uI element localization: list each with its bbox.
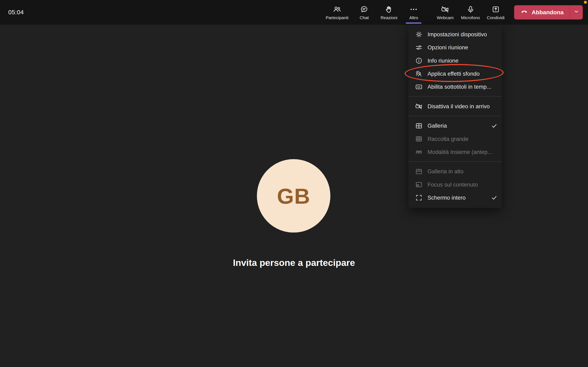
menu-item-device-settings[interactable]: Impostazioni dispositivo: [408, 28, 502, 41]
chevron-down-icon: [574, 9, 579, 16]
info-icon: [415, 57, 423, 64]
toolbar-chat[interactable]: Chat: [352, 0, 376, 25]
large-gallery-icon: [415, 135, 423, 142]
check-icon: [491, 123, 497, 129]
leave-button[interactable]: Abbandona: [514, 5, 583, 20]
menu-item-background-effects[interactable]: Applica effetti sfondo: [408, 67, 502, 80]
top-gallery-icon: [415, 167, 423, 175]
menu-item-together-mode: Modalità Insieme (antep...: [408, 145, 502, 158]
gear-icon: [415, 31, 423, 38]
leave-button-label: Abbandona: [532, 9, 564, 16]
menu-item-meeting-info[interactable]: Info riunione: [408, 54, 502, 67]
more-options-menu: Impostazioni dispositivo Opzioni riunion…: [408, 25, 502, 208]
captions-icon: CC: [415, 83, 423, 91]
menu-item-gallery[interactable]: Galleria: [408, 119, 502, 132]
menu-item-content-focus: Focus sul contenuto: [408, 178, 502, 191]
video-off-icon: [415, 102, 423, 110]
avatar: GB: [257, 159, 330, 233]
active-tab-indicator: [406, 22, 422, 24]
toolbar-label: Webcam: [437, 15, 454, 20]
menu-item-turn-off-incoming-video[interactable]: Disattiva il video in arrivo: [408, 100, 502, 113]
menu-item-full-screen[interactable]: Schermo intero: [408, 191, 502, 204]
reactions-icon: [385, 5, 393, 14]
gallery-icon: [415, 122, 423, 129]
menu-divider: [408, 116, 502, 116]
toolbar-label: Reazioni: [380, 15, 397, 20]
toolbar-more[interactable]: Altro: [401, 0, 426, 25]
menu-item-top-gallery: Galleria in alto: [408, 165, 502, 178]
svg-text:CC: CC: [417, 86, 420, 88]
webcam-off-icon: [441, 5, 450, 14]
phone-hangup-icon: [520, 8, 528, 16]
check-icon: [491, 194, 497, 200]
menu-item-label: Galleria: [428, 123, 486, 129]
meeting-timer: 05:04: [8, 9, 24, 16]
meeting-toolbar: Partecipanti Chat Reazioni Altro: [322, 0, 583, 25]
menu-item-label: Opzioni riunione: [428, 44, 497, 50]
menu-item-label: Applica effetti sfondo: [428, 70, 497, 77]
toolbar-label: Microfono: [461, 15, 480, 20]
options-icon: [415, 44, 423, 51]
toolbar-microphone[interactable]: Microfono: [458, 0, 483, 25]
invite-people-text: Invita persone a partecipare: [0, 258, 588, 268]
menu-item-label: Galleria in alto: [428, 168, 497, 175]
recording-status-dot: [584, 1, 587, 4]
menu-item-label: Impostazioni dispositivo: [428, 31, 497, 37]
share-icon: [492, 5, 500, 14]
menu-divider: [408, 161, 502, 162]
leave-button-main[interactable]: Abbandona: [514, 5, 570, 20]
toolbar-label: Chat: [360, 15, 369, 20]
background-effects-icon: [415, 70, 423, 77]
meeting-top-bar: 05:04 Partecipanti Chat Reazioni: [0, 0, 588, 25]
menu-item-label: Focus sul contenuto: [428, 181, 497, 188]
microphone-icon: [466, 5, 475, 14]
menu-item-label: Info riunione: [428, 57, 497, 64]
menu-item-label: Schermo intero: [428, 194, 486, 201]
toolbar-share[interactable]: Condividi: [483, 0, 508, 25]
toolbar-label: Condividi: [487, 15, 504, 20]
toolbar-participants[interactable]: Partecipanti: [322, 0, 352, 25]
teams-meeting-window: 05:04 Partecipanti Chat Reazioni: [0, 0, 588, 367]
menu-item-large-gallery: Raccolta grande: [408, 132, 502, 145]
menu-divider: [408, 96, 502, 97]
menu-item-label: Raccolta grande: [428, 136, 497, 142]
menu-item-label: Modalità Insieme (antep...: [428, 149, 497, 155]
participants-icon: [333, 5, 342, 14]
toolbar-reactions[interactable]: Reazioni: [377, 0, 401, 25]
menu-item-label: Abilita sottotitoli in temp...: [428, 83, 497, 90]
leave-options-caret[interactable]: [570, 5, 583, 20]
together-mode-icon: [415, 148, 423, 156]
menu-item-meeting-options[interactable]: Opzioni riunione: [408, 41, 502, 54]
fullscreen-icon: [415, 194, 423, 201]
content-focus-icon: [415, 181, 423, 188]
chat-icon: [360, 5, 368, 14]
toolbar-webcam[interactable]: Webcam: [433, 0, 458, 25]
menu-item-live-captions[interactable]: CC Abilita sottotitoli in temp...: [408, 80, 502, 93]
toolbar-label: Partecipanti: [326, 15, 348, 20]
toolbar-label: Altro: [409, 15, 418, 20]
more-icon: [409, 5, 418, 14]
menu-item-label: Disattiva il video in arrivo: [428, 103, 497, 109]
